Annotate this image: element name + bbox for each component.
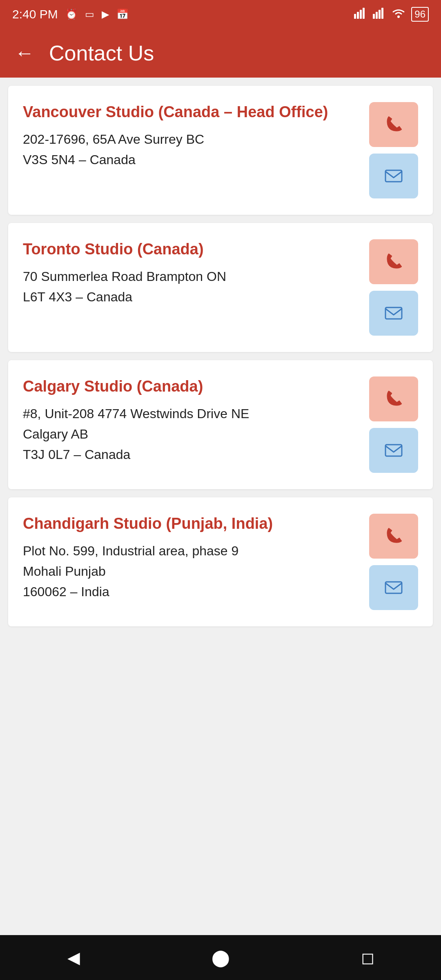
phone-button-toronto[interactable] <box>369 239 418 284</box>
back-button[interactable]: ← <box>15 43 34 63</box>
svg-rect-6 <box>379 10 381 19</box>
card-buttons-toronto <box>369 239 418 336</box>
svg-rect-11 <box>385 445 402 456</box>
svg-rect-2 <box>360 10 362 19</box>
contact-card-chandigarh: Chandigarh Studio (Punjab, India)Plot No… <box>8 497 433 626</box>
email-button-toronto[interactable] <box>369 291 418 336</box>
card-title-calgary: Calgary Studio (Canada) <box>23 376 357 396</box>
card-title-vancouver: Vancouver Studio (Canada – Head Office) <box>23 102 357 122</box>
card-address-chandigarh: Plot No. 599, Industrial area, phase 9 M… <box>23 541 357 602</box>
nav-home-button[interactable]: ⬤ <box>204 941 237 974</box>
email-button-vancouver[interactable] <box>369 154 418 198</box>
svg-rect-10 <box>385 307 402 319</box>
svg-rect-5 <box>376 12 378 19</box>
header: ← Contact Us <box>0 29 441 78</box>
card-buttons-chandigarh <box>369 514 418 610</box>
nav-recent-button[interactable]: ◻ <box>351 941 384 974</box>
bottom-navigation: ◀ ⬤ ◻ <box>0 935 441 980</box>
page-title: Contact Us <box>49 41 154 65</box>
svg-rect-1 <box>357 12 359 19</box>
card-info-chandigarh: Chandigarh Studio (Punjab, India)Plot No… <box>23 514 369 602</box>
contact-card-toronto: Toronto Studio (Canada)70 Summerlea Road… <box>8 223 433 352</box>
contact-card-calgary: Calgary Studio (Canada)#8, Unit-208 4774… <box>8 360 433 489</box>
card-info-calgary: Calgary Studio (Canada)#8, Unit-208 4774… <box>23 376 369 465</box>
card-title-toronto: Toronto Studio (Canada) <box>23 239 357 259</box>
signal-icon-2 <box>373 7 386 21</box>
card-title-chandigarh: Chandigarh Studio (Punjab, India) <box>23 514 357 534</box>
battery-icon: 96 <box>411 7 429 22</box>
svg-rect-12 <box>385 582 402 593</box>
wifi-icon <box>392 7 405 21</box>
signal-icon-1 <box>354 7 367 21</box>
card-address-vancouver: 202-17696, 65A Ave Surrey BC V3S 5N4 – C… <box>23 129 357 170</box>
svg-rect-0 <box>354 14 356 19</box>
email-button-chandigarh[interactable] <box>369 565 418 610</box>
card-buttons-calgary <box>369 376 418 473</box>
card-info-toronto: Toronto Studio (Canada)70 Summerlea Road… <box>23 239 369 307</box>
phone-button-calgary[interactable] <box>369 376 418 421</box>
phone-button-vancouver[interactable] <box>369 102 418 147</box>
status-time: 2:40 PM <box>12 7 58 21</box>
screen-icon: ▭ <box>85 9 94 20</box>
card-info-vancouver: Vancouver Studio (Canada – Head Office)2… <box>23 102 369 170</box>
status-bar: 2:40 PM ⏰ ▭ ▶ 📅 <box>0 0 441 29</box>
email-button-calgary[interactable] <box>369 428 418 473</box>
svg-point-8 <box>397 16 400 18</box>
calendar-icon: 📅 <box>116 9 129 20</box>
card-address-toronto: 70 Summerlea Road Brampton ON L6T 4X3 – … <box>23 267 357 307</box>
svg-rect-9 <box>385 170 402 182</box>
phone-button-chandigarh[interactable] <box>369 514 418 559</box>
alarm-icon: ⏰ <box>65 9 78 20</box>
card-buttons-vancouver <box>369 102 418 198</box>
svg-rect-7 <box>381 8 383 19</box>
svg-rect-3 <box>363 8 365 19</box>
content-area: Vancouver Studio (Canada – Head Office)2… <box>0 78 441 935</box>
nav-back-button[interactable]: ◀ <box>57 941 90 974</box>
contact-card-vancouver: Vancouver Studio (Canada – Head Office)2… <box>8 86 433 215</box>
play-icon: ▶ <box>102 9 109 20</box>
svg-rect-4 <box>373 14 375 19</box>
card-address-calgary: #8, Unit-208 4774 Westwinds Drive NE Cal… <box>23 404 357 465</box>
